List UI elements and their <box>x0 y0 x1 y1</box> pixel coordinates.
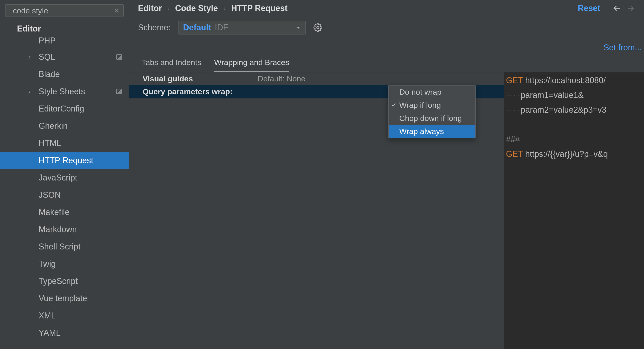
scheme-label: Scheme: <box>138 23 171 32</box>
tree-item-markdown[interactable]: Markdown <box>0 221 129 238</box>
tree-group-editor[interactable]: Editor <box>0 22 129 36</box>
tree-item-style-sheets[interactable]: ›Style Sheets <box>0 83 129 100</box>
clear-search-icon[interactable]: ✕ <box>114 7 120 15</box>
reset-link[interactable]: Reset <box>578 3 600 13</box>
dropdown-item-do-not-wrap[interactable]: Do not wrap <box>389 85 475 99</box>
tree-item-label: Shell Script <box>39 242 80 252</box>
content-row: Visual guidesDefault: NoneQuery paramete… <box>129 72 644 349</box>
dropdown-item-label: Chop down if long <box>399 114 462 123</box>
setting-value: Default: None <box>258 74 306 83</box>
preview-url: https://localhost:8080/ <box>525 76 606 85</box>
settings-tree: Editor PHP›SQLBlade›Style SheetsEditorCo… <box>0 20 129 349</box>
tree-item-twig[interactable]: Twig <box>0 255 129 273</box>
tree-item-label: Twig <box>39 259 56 269</box>
tree-item-label: SQL <box>39 52 55 62</box>
preview-line: GET https://{{var}}/u?p=v&q <box>506 147 644 161</box>
tree-item-label: YAML <box>39 328 60 338</box>
keyword-get: GET <box>506 149 523 159</box>
search-icon <box>9 7 10 13</box>
scheme-row: Scheme: Default IDE <box>129 16 644 34</box>
dropdown-item-wrap-if-long[interactable]: ✓Wrap if long <box>389 99 475 112</box>
tree-item-javascript[interactable]: JavaScript <box>0 169 129 186</box>
wrap-dropdown[interactable]: Do not wrap✓Wrap if longChop down if lon… <box>388 85 476 138</box>
check-icon: ✓ <box>392 102 396 109</box>
tree-item-blade[interactable]: Blade <box>0 65 129 83</box>
tree-item-label: PHP <box>39 36 56 45</box>
code-preview: GET https://localhost:8080/····param1=va… <box>504 72 644 349</box>
tree-item-json[interactable]: JSON <box>0 186 129 203</box>
preview-line: ····param1=value1& <box>506 88 644 102</box>
modified-indicator-icon <box>116 54 122 60</box>
dropdown-item-label: Do not wrap <box>399 88 441 97</box>
tree-item-editorconfig[interactable]: EditorConfig <box>0 100 129 117</box>
svg-marker-4 <box>297 27 300 29</box>
chevron-right-icon: › <box>28 88 30 95</box>
svg-point-0 <box>9 10 10 10</box>
separator: ### <box>506 134 520 144</box>
search-input[interactable] <box>13 6 111 15</box>
tree-item-label: JavaScript <box>39 173 77 183</box>
setfrom-row: Set from... <box>129 34 644 52</box>
main-panel: Editor › Code Style › HTTP Request Reset… <box>129 0 644 349</box>
breadcrumb-sep: › <box>223 4 226 12</box>
tree-item-makefile[interactable]: Makefile <box>0 203 129 221</box>
preview-line: GET https://localhost:8080/ <box>506 73 644 88</box>
sidebar: ✕ Editor PHP›SQLBlade›Style SheetsEditor… <box>0 0 129 349</box>
tree-item-sql[interactable]: ›SQL <box>0 48 129 65</box>
tree-item-php[interactable]: PHP <box>0 36 129 48</box>
chevron-right-icon: › <box>28 53 30 61</box>
tree-item-label: JSON <box>39 190 61 200</box>
svg-point-5 <box>317 26 319 29</box>
chevron-down-icon <box>296 25 301 30</box>
tree-item-vue-template[interactable]: Vue template <box>0 290 129 307</box>
tree-item-label: HTTP Request <box>39 156 93 165</box>
scheme-select[interactable]: Default IDE <box>178 21 306 34</box>
tab-tabs-and-indents[interactable]: Tabs and Indents <box>142 58 201 72</box>
tree-item-label: EditorConfig <box>39 104 84 114</box>
settings-pane: Visual guidesDefault: NoneQuery paramete… <box>129 72 504 349</box>
tree-item-label: XML <box>39 311 56 321</box>
preview-url: https://{{var}}/u?p=v&q <box>525 149 608 159</box>
nav-back-button[interactable] <box>613 4 621 12</box>
tree-item-label: Gherkin <box>39 121 68 131</box>
breadcrumb-2[interactable]: HTTP Request <box>231 3 288 13</box>
tree-item-html[interactable]: HTML <box>0 134 129 152</box>
tree-item-typescript[interactable]: TypeScript <box>0 273 129 290</box>
tree-item-gherkin[interactable]: Gherkin <box>0 117 129 134</box>
breadcrumb-0[interactable]: Editor <box>138 3 162 13</box>
indent-guide-icon: ···· <box>506 105 521 114</box>
breadcrumb-sep: › <box>168 4 170 12</box>
search-box[interactable]: ✕ <box>5 4 124 17</box>
dropdown-item-wrap-always[interactable]: Wrap always <box>389 125 475 138</box>
preview-text: param1=value1& <box>521 90 584 100</box>
breadcrumb-1[interactable]: Code Style <box>175 3 218 13</box>
tree-item-label: Makefile <box>39 207 70 217</box>
indent-guide-icon: ···· <box>506 90 521 100</box>
dropdown-item-chop-down-if-long[interactable]: Chop down if long <box>389 112 475 125</box>
scheme-actions-button[interactable] <box>313 23 322 32</box>
preview-text: param2=value2&p3=v3 <box>521 105 606 114</box>
tree-item-label: Vue template <box>39 294 87 303</box>
tree-item-label: Markdown <box>39 225 77 234</box>
tabs: Tabs and IndentsWrapping and Braces <box>129 52 644 72</box>
dropdown-item-label: Wrap always <box>399 127 444 136</box>
dropdown-item-label: Wrap if long <box>399 101 441 110</box>
scheme-name: Default <box>183 23 211 32</box>
tree-item-shell-script[interactable]: Shell Script <box>0 238 129 255</box>
set-from-link[interactable]: Set from... <box>604 43 642 52</box>
header: Editor › Code Style › HTTP Request Reset <box>129 0 644 16</box>
tree-item-label: Blade <box>39 69 60 79</box>
scheme-scope: IDE <box>215 23 228 32</box>
nav-forward-button[interactable] <box>626 4 635 12</box>
tree-item-yaml[interactable]: YAML <box>0 324 129 342</box>
setting-label: Query parameters wrap: <box>142 87 258 96</box>
tree-item-label: Style Sheets <box>39 87 85 96</box>
tree-item-xml[interactable]: XML <box>0 307 129 324</box>
modified-indicator-icon <box>116 89 122 94</box>
tree-item-label: TypeScript <box>39 276 78 286</box>
tab-wrapping-and-braces[interactable]: Wrapping and Braces <box>214 58 289 72</box>
keyword-get: GET <box>506 76 523 85</box>
setting-row-visual-guides[interactable]: Visual guidesDefault: None <box>129 72 504 85</box>
tree-item-label: HTML <box>39 138 61 148</box>
tree-item-http-request[interactable]: HTTP Request <box>0 152 129 169</box>
